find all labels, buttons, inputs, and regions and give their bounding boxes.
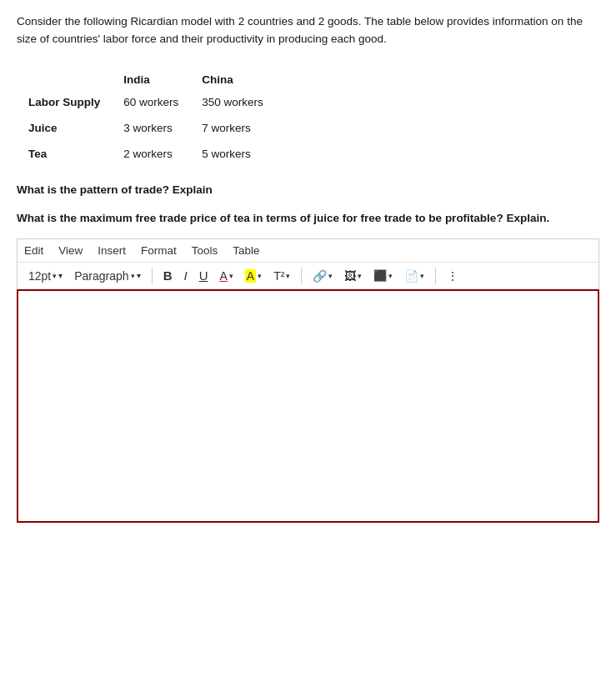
- bold-label: B: [163, 268, 173, 283]
- document-button[interactable]: 📄 ▾: [400, 268, 428, 284]
- editor-area[interactable]: [17, 289, 599, 523]
- col-header-china: China: [198, 68, 283, 91]
- menu-bar: Edit View Insert Format Tools Table: [18, 239, 598, 263]
- italic-label: I: [183, 268, 187, 283]
- bold-button[interactable]: B: [159, 267, 177, 284]
- embed-icon: ⬛: [373, 269, 387, 282]
- cell-china-juice: 7 workers: [198, 113, 283, 139]
- question-1: What is the pattern of trade? Explain: [17, 182, 599, 198]
- paragraph-label: Paragraph: [74, 269, 128, 283]
- link-button[interactable]: 🔗 ▾: [308, 268, 337, 284]
- superscript-button[interactable]: T² ▾: [269, 268, 294, 284]
- document-chevron-icon: ▾: [420, 272, 424, 280]
- row-label-juice: Juice: [25, 113, 120, 139]
- paragraph-style-selector[interactable]: Paragraph ▾: [70, 268, 144, 284]
- font-color-chevron-icon: ▾: [229, 272, 233, 280]
- cell-india-labor: 60 workers: [120, 91, 198, 113]
- highlight-label: A: [245, 269, 256, 283]
- link-chevron-icon: ▾: [328, 272, 333, 280]
- table-row: Tea 2 workers 5 workers: [25, 139, 283, 165]
- row-label-labor-supply: Labor Supply: [25, 91, 120, 113]
- font-size-chevron-icon: ▾: [53, 272, 57, 280]
- superscript-label: T²: [273, 269, 284, 283]
- embed-chevron-icon: ▾: [388, 272, 393, 280]
- menu-table[interactable]: Table: [233, 244, 259, 257]
- cell-india-juice: 3 workers: [120, 113, 198, 139]
- font-color-button[interactable]: A ▾: [216, 268, 238, 284]
- image-icon: 🖼: [344, 269, 356, 283]
- editor-wrapper: Edit View Insert Format Tools Table 12pt…: [17, 238, 599, 523]
- divider-2: [301, 268, 302, 284]
- font-size-selector[interactable]: 12pt ▾: [24, 268, 67, 284]
- cell-china-tea: 5 workers: [198, 139, 283, 165]
- more-options-icon: ⋮: [447, 269, 458, 283]
- menu-edit[interactable]: Edit: [24, 244, 43, 257]
- menu-tools[interactable]: Tools: [192, 244, 218, 257]
- divider-1: [152, 268, 153, 284]
- link-icon: 🔗: [313, 269, 327, 283]
- highlight-button[interactable]: A ▾: [241, 268, 266, 284]
- cell-india-tea: 2 workers: [120, 139, 198, 165]
- toolbar-container: Edit View Insert Format Tools Table 12pt…: [17, 238, 599, 289]
- font-size-label: 12pt: [28, 269, 51, 283]
- divider-3: [435, 268, 436, 284]
- data-table: India China Labor Supply 60 workers 350 …: [25, 68, 283, 165]
- document-icon: 📄: [404, 269, 418, 283]
- italic-button[interactable]: I: [179, 267, 191, 284]
- menu-view[interactable]: View: [58, 244, 83, 257]
- highlight-chevron-icon: ▾: [258, 272, 262, 280]
- row-label-tea: Tea: [25, 139, 120, 165]
- embed-button[interactable]: ⬛ ▾: [369, 268, 397, 283]
- menu-insert[interactable]: Insert: [98, 244, 126, 257]
- paragraph-chevron-icon: ▾: [131, 272, 135, 280]
- table-row: Juice 3 workers 7 workers: [25, 113, 283, 139]
- cell-china-labor: 350 workers: [198, 91, 283, 113]
- question-2: What is the maximum free trade price of …: [17, 210, 599, 227]
- questions-section: What is the pattern of trade? Explain Wh…: [17, 182, 599, 228]
- format-toolbar: 12pt ▾ Paragraph ▾ B I U A: [18, 263, 598, 289]
- font-color-label: A: [220, 269, 228, 283]
- col-header-india: India: [120, 68, 198, 91]
- underline-button[interactable]: U: [195, 267, 213, 284]
- image-button[interactable]: 🖼 ▾: [340, 268, 366, 284]
- image-chevron-icon: ▾: [358, 272, 362, 280]
- col-header-empty: [25, 68, 120, 91]
- menu-format[interactable]: Format: [141, 244, 177, 257]
- underline-label: U: [199, 268, 208, 283]
- table-row: Labor Supply 60 workers 350 workers: [25, 91, 283, 113]
- more-options-button[interactable]: ⋮: [443, 268, 463, 284]
- intro-text: Consider the following Ricardian model w…: [17, 13, 599, 48]
- superscript-chevron-icon: ▾: [286, 272, 290, 280]
